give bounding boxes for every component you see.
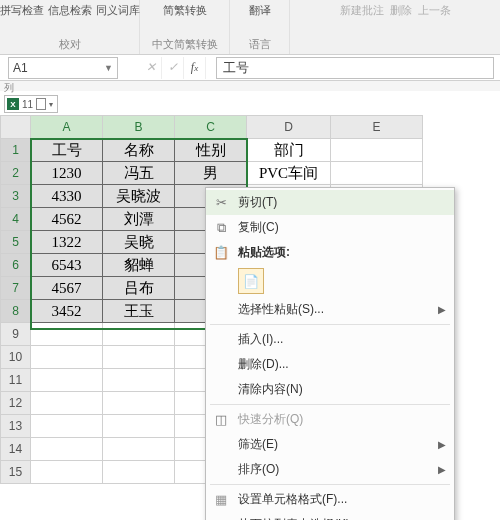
- select-all-corner[interactable]: [1, 116, 31, 139]
- row-header[interactable]: 9: [1, 323, 31, 346]
- submenu-arrow-icon: ▶: [438, 464, 446, 475]
- cell[interactable]: [31, 392, 103, 415]
- menu-label: 插入(I)...: [238, 331, 446, 348]
- menu-copy[interactable]: ⧉ 复制(C): [206, 215, 454, 240]
- cell[interactable]: 吴晓波: [103, 185, 175, 208]
- row-header[interactable]: 10: [1, 346, 31, 369]
- cell[interactable]: [103, 346, 175, 369]
- fx-icon[interactable]: fx: [184, 57, 206, 79]
- copy-icon: ⧉: [212, 220, 230, 236]
- cell[interactable]: 1322: [31, 231, 103, 254]
- menu-insert[interactable]: 插入(I)...: [206, 327, 454, 352]
- cell[interactable]: 性别: [175, 139, 247, 162]
- menu-paste-special[interactable]: 选择性粘贴(S)... ▶: [206, 297, 454, 322]
- cell[interactable]: 刘潭: [103, 208, 175, 231]
- menu-format-cells[interactable]: ▦ 设置单元格格式(F)...: [206, 487, 454, 512]
- cell[interactable]: 4330: [31, 185, 103, 208]
- cell[interactable]: [103, 369, 175, 392]
- cell[interactable]: 王玉: [103, 300, 175, 323]
- cell[interactable]: [103, 461, 175, 484]
- menu-clear[interactable]: 清除内容(N): [206, 377, 454, 402]
- cell[interactable]: [331, 162, 423, 185]
- formula-bar-row: A1 ▼ ✕ ✓ fx 工号: [0, 55, 500, 81]
- cell[interactable]: 男: [175, 162, 247, 185]
- ribbon-group-proofing: 拼写检查 信息检索 同义词库 校对: [0, 0, 140, 54]
- menu-separator: [210, 484, 450, 485]
- cell[interactable]: [103, 438, 175, 461]
- excel-icon: X: [7, 98, 19, 110]
- cell[interactable]: [31, 438, 103, 461]
- cell[interactable]: 部门: [247, 139, 331, 162]
- cell[interactable]: 吕布: [103, 277, 175, 300]
- col-header-E[interactable]: E: [331, 116, 423, 139]
- research-button[interactable]: 信息检索: [48, 3, 92, 18]
- name-box[interactable]: A1 ▼: [8, 57, 118, 79]
- menu-filter[interactable]: 筛选(E) ▶: [206, 432, 454, 457]
- menu-label: 粘贴选项:: [238, 244, 446, 261]
- col-header-A[interactable]: A: [31, 116, 103, 139]
- cell[interactable]: 6543: [31, 254, 103, 277]
- ribbon-group-label: 中文简繁转换: [152, 37, 218, 52]
- col-header-B[interactable]: B: [103, 116, 175, 139]
- thesaurus-button[interactable]: 同义词库: [96, 3, 140, 18]
- menu-label: 剪切(T): [238, 194, 446, 211]
- cell[interactable]: [31, 369, 103, 392]
- menu-sort[interactable]: 排序(O) ▶: [206, 457, 454, 482]
- cell[interactable]: 冯五: [103, 162, 175, 185]
- cell[interactable]: PVC车间: [247, 162, 331, 185]
- menu-label: 删除(D)...: [238, 356, 446, 373]
- cell[interactable]: [103, 323, 175, 346]
- submenu-arrow-icon: ▶: [438, 439, 446, 450]
- simp-trad-button[interactable]: 简繁转换: [163, 3, 207, 18]
- submenu-arrow-icon: ▶: [438, 304, 446, 315]
- workbook-tab[interactable]: X 11 ▾: [4, 95, 58, 113]
- name-box-value: A1: [13, 61, 28, 75]
- cell[interactable]: [31, 415, 103, 438]
- menu-label: 从下拉列表中选择(K)...: [238, 516, 446, 520]
- row-header[interactable]: 12: [1, 392, 31, 415]
- cell[interactable]: [31, 461, 103, 484]
- row-header[interactable]: 1: [1, 139, 31, 162]
- paste-option-row: 📄: [206, 265, 454, 297]
- cell[interactable]: 吴晓: [103, 231, 175, 254]
- cell[interactable]: [31, 323, 103, 346]
- row-header[interactable]: 6: [1, 254, 31, 277]
- menu-delete[interactable]: 删除(D)...: [206, 352, 454, 377]
- row-header[interactable]: 4: [1, 208, 31, 231]
- col-header-C[interactable]: C: [175, 116, 247, 139]
- spellcheck-button[interactable]: 拼写检查: [0, 3, 44, 18]
- cell[interactable]: 工号: [31, 139, 103, 162]
- cell[interactable]: [103, 415, 175, 438]
- prev-comment-button: 上一条: [418, 3, 451, 18]
- cell[interactable]: [31, 346, 103, 369]
- cell[interactable]: 3452: [31, 300, 103, 323]
- formula-bar[interactable]: 工号: [216, 57, 494, 79]
- cell[interactable]: [103, 392, 175, 415]
- col-header-D[interactable]: D: [247, 116, 331, 139]
- cell[interactable]: 名称: [103, 139, 175, 162]
- workbook-tab-label: 11: [22, 99, 33, 110]
- chevron-down-icon[interactable]: ▾: [49, 100, 53, 109]
- row-header[interactable]: 7: [1, 277, 31, 300]
- cell[interactable]: 1230: [31, 162, 103, 185]
- delete-comment-button: 删除: [390, 3, 412, 18]
- cell[interactable]: [331, 139, 423, 162]
- row-header[interactable]: 11: [1, 369, 31, 392]
- row-header[interactable]: 15: [1, 461, 31, 484]
- row-header[interactable]: 8: [1, 300, 31, 323]
- translate-button[interactable]: 翻译: [249, 3, 271, 18]
- row-header[interactable]: 14: [1, 438, 31, 461]
- sheet-icon: [36, 98, 46, 110]
- menu-dropdown-select[interactable]: 从下拉列表中选择(K)...: [206, 512, 454, 520]
- row-header[interactable]: 3: [1, 185, 31, 208]
- row-header[interactable]: 5: [1, 231, 31, 254]
- ribbon-group-chinese: 简繁转换 中文简繁转换: [140, 0, 230, 54]
- chevron-down-icon[interactable]: ▼: [104, 63, 113, 73]
- menu-cut[interactable]: ✂ 剪切(T): [206, 190, 454, 215]
- cell[interactable]: 4562: [31, 208, 103, 231]
- paste-default-button[interactable]: 📄: [238, 268, 264, 294]
- cell[interactable]: 貂蝉: [103, 254, 175, 277]
- row-header[interactable]: 13: [1, 415, 31, 438]
- row-header[interactable]: 2: [1, 162, 31, 185]
- cell[interactable]: 4567: [31, 277, 103, 300]
